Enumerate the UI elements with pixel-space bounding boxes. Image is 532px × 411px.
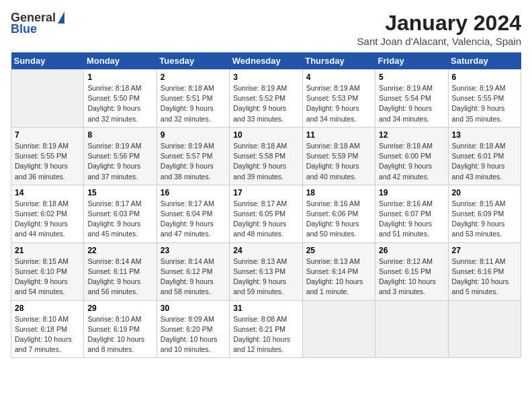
day-of-week-header: Thursday — [302, 52, 375, 70]
day-number: 2 — [161, 73, 226, 82]
day-number: 28 — [15, 304, 80, 313]
day-number: 11 — [306, 130, 371, 140]
day-info: Sunrise: 8:16 AMSunset: 6:07 PMDaylight:… — [379, 199, 444, 240]
day-info: Sunrise: 8:17 AMSunset: 6:05 PMDaylight:… — [233, 199, 298, 240]
logo-blue-text: Blue — [11, 22, 37, 36]
day-info: Sunrise: 8:19 AMSunset: 5:56 PMDaylight:… — [87, 141, 152, 182]
calendar-day-cell: 30Sunrise: 8:09 AMSunset: 6:20 PMDayligh… — [157, 300, 229, 358]
logo-triangle-icon — [58, 11, 64, 24]
day-number: 21 — [15, 246, 80, 255]
calendar-day-cell: 17Sunrise: 8:17 AMSunset: 6:05 PMDayligh… — [230, 185, 302, 242]
calendar-day-cell: 13Sunrise: 8:18 AMSunset: 6:01 PMDayligh… — [448, 127, 521, 185]
calendar-day-cell: 8Sunrise: 8:19 AMSunset: 5:56 PMDaylight… — [84, 127, 157, 185]
day-of-week-header: Sunday — [11, 52, 84, 70]
day-info: Sunrise: 8:19 AMSunset: 5:57 PMDaylight:… — [161, 141, 226, 182]
calendar-day-cell: 18Sunrise: 8:16 AMSunset: 6:06 PMDayligh… — [302, 185, 375, 242]
day-info: Sunrise: 8:14 AMSunset: 6:12 PMDaylight:… — [161, 257, 226, 298]
calendar-day-cell: 11Sunrise: 8:18 AMSunset: 5:59 PMDayligh… — [302, 127, 375, 185]
calendar-day-cell: 24Sunrise: 8:13 AMSunset: 6:13 PMDayligh… — [230, 242, 302, 300]
day-info: Sunrise: 8:18 AMSunset: 5:59 PMDaylight:… — [306, 141, 371, 182]
calendar-body: 1Sunrise: 8:18 AMSunset: 5:50 PMDaylight… — [11, 70, 521, 358]
day-info: Sunrise: 8:18 AMSunset: 6:01 PMDaylight:… — [452, 141, 517, 182]
calendar-day-cell: 4Sunrise: 8:19 AMSunset: 5:53 PMDaylight… — [302, 70, 375, 128]
day-info: Sunrise: 8:11 AMSunset: 6:16 PMDaylight:… — [452, 257, 517, 298]
day-number: 19 — [379, 188, 444, 197]
day-number: 29 — [87, 304, 152, 313]
day-number: 6 — [452, 73, 517, 82]
calendar-day-cell: 21Sunrise: 8:15 AMSunset: 6:10 PMDayligh… — [11, 242, 84, 300]
day-of-week-header: Friday — [375, 52, 448, 70]
day-number: 1 — [87, 73, 152, 82]
day-number: 27 — [452, 246, 517, 255]
calendar-day-cell: 22Sunrise: 8:14 AMSunset: 6:11 PMDayligh… — [84, 242, 157, 300]
day-info: Sunrise: 8:18 AMSunset: 6:02 PMDaylight:… — [15, 199, 80, 240]
calendar-day-cell: 25Sunrise: 8:13 AMSunset: 6:14 PMDayligh… — [302, 242, 375, 300]
day-info: Sunrise: 8:19 AMSunset: 5:53 PMDaylight:… — [306, 83, 371, 124]
calendar-day-cell: 7Sunrise: 8:19 AMSunset: 5:55 PMDaylight… — [11, 127, 84, 185]
month-title: January 2024 — [357, 11, 521, 36]
day-of-week-header: Saturday — [448, 52, 521, 70]
calendar-day-cell: 20Sunrise: 8:15 AMSunset: 6:09 PMDayligh… — [448, 185, 521, 242]
logo: General Blue — [11, 11, 64, 36]
day-number: 30 — [161, 304, 226, 313]
day-number: 18 — [306, 188, 371, 197]
day-info: Sunrise: 8:10 AMSunset: 6:18 PMDaylight:… — [15, 314, 80, 355]
day-number: 25 — [306, 246, 371, 255]
day-number: 8 — [87, 130, 152, 140]
calendar-day-cell: 6Sunrise: 8:19 AMSunset: 5:55 PMDaylight… — [448, 70, 521, 128]
calendar-week-row: 14Sunrise: 8:18 AMSunset: 6:02 PMDayligh… — [11, 185, 521, 242]
day-of-week-header: Tuesday — [157, 52, 229, 70]
day-number: 24 — [233, 246, 298, 255]
calendar-day-cell: 28Sunrise: 8:10 AMSunset: 6:18 PMDayligh… — [11, 300, 84, 358]
day-info: Sunrise: 8:19 AMSunset: 5:55 PMDaylight:… — [15, 141, 80, 182]
day-number: 26 — [379, 246, 444, 255]
title-area: January 2024 Sant Joan d'Alacant, Valenc… — [357, 11, 521, 47]
day-info: Sunrise: 8:18 AMSunset: 5:50 PMDaylight:… — [87, 83, 152, 124]
calendar-day-cell — [448, 300, 521, 358]
day-number: 14 — [15, 188, 80, 197]
day-info: Sunrise: 8:10 AMSunset: 6:19 PMDaylight:… — [87, 314, 152, 355]
calendar-day-cell — [302, 300, 375, 358]
calendar-day-cell: 2Sunrise: 8:18 AMSunset: 5:51 PMDaylight… — [157, 70, 229, 128]
calendar-day-cell: 15Sunrise: 8:17 AMSunset: 6:03 PMDayligh… — [84, 185, 157, 242]
day-number: 23 — [161, 246, 226, 255]
calendar-day-cell: 9Sunrise: 8:19 AMSunset: 5:57 PMDaylight… — [157, 127, 229, 185]
day-info: Sunrise: 8:17 AMSunset: 6:04 PMDaylight:… — [161, 199, 226, 240]
day-number: 31 — [233, 304, 298, 313]
day-info: Sunrise: 8:18 AMSunset: 5:58 PMDaylight:… — [233, 141, 298, 182]
day-number: 10 — [233, 130, 298, 140]
calendar-day-cell: 29Sunrise: 8:10 AMSunset: 6:19 PMDayligh… — [84, 300, 157, 358]
calendar-day-cell: 19Sunrise: 8:16 AMSunset: 6:07 PMDayligh… — [375, 185, 448, 242]
calendar-week-row: 21Sunrise: 8:15 AMSunset: 6:10 PMDayligh… — [11, 242, 521, 300]
day-number: 3 — [233, 73, 298, 82]
day-info: Sunrise: 8:18 AMSunset: 6:00 PMDaylight:… — [379, 141, 444, 182]
day-info: Sunrise: 8:12 AMSunset: 6:15 PMDaylight:… — [379, 257, 444, 298]
calendar-day-cell: 1Sunrise: 8:18 AMSunset: 5:50 PMDaylight… — [84, 70, 157, 128]
day-of-week-header: Wednesday — [230, 52, 302, 70]
day-info: Sunrise: 8:09 AMSunset: 6:20 PMDaylight:… — [161, 314, 226, 355]
day-number: 9 — [161, 130, 226, 140]
calendar-week-row: 7Sunrise: 8:19 AMSunset: 5:55 PMDaylight… — [11, 127, 521, 185]
day-number: 15 — [87, 188, 152, 197]
day-number: 4 — [306, 73, 371, 82]
location-subtitle: Sant Joan d'Alacant, Valencia, Spain — [357, 36, 521, 47]
calendar-day-cell: 27Sunrise: 8:11 AMSunset: 6:16 PMDayligh… — [448, 242, 521, 300]
day-info: Sunrise: 8:19 AMSunset: 5:52 PMDaylight:… — [233, 83, 298, 124]
calendar-day-cell: 5Sunrise: 8:19 AMSunset: 5:54 PMDaylight… — [375, 70, 448, 128]
day-number: 5 — [379, 73, 444, 82]
calendar-day-cell: 12Sunrise: 8:18 AMSunset: 6:00 PMDayligh… — [375, 127, 448, 185]
day-number: 17 — [233, 188, 298, 197]
calendar-table: SundayMondayTuesdayWednesdayThursdayFrid… — [11, 52, 521, 358]
calendar-day-cell: 31Sunrise: 8:08 AMSunset: 6:21 PMDayligh… — [230, 300, 302, 358]
day-info: Sunrise: 8:19 AMSunset: 5:54 PMDaylight:… — [379, 83, 444, 124]
calendar-week-row: 1Sunrise: 8:18 AMSunset: 5:50 PMDaylight… — [11, 70, 521, 128]
page-header: General Blue January 2024 Sant Joan d'Al… — [11, 11, 521, 47]
day-of-week-header: Monday — [84, 52, 157, 70]
calendar-week-row: 28Sunrise: 8:10 AMSunset: 6:18 PMDayligh… — [11, 300, 521, 358]
calendar-day-cell — [375, 300, 448, 358]
day-info: Sunrise: 8:17 AMSunset: 6:03 PMDaylight:… — [87, 199, 152, 240]
day-info: Sunrise: 8:16 AMSunset: 6:06 PMDaylight:… — [306, 199, 371, 240]
calendar-day-cell: 23Sunrise: 8:14 AMSunset: 6:12 PMDayligh… — [157, 242, 229, 300]
day-number: 13 — [452, 130, 517, 140]
day-number: 20 — [452, 188, 517, 197]
